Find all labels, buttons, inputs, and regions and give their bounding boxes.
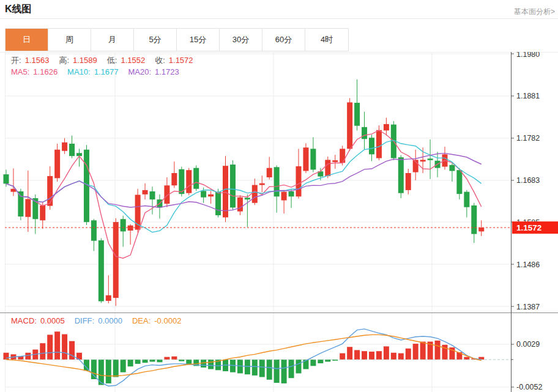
candle-body	[347, 102, 352, 149]
tab-interval-4[interactable]: 15分	[177, 29, 220, 51]
macd-bar	[186, 360, 192, 364]
tab-interval-0[interactable]: 日	[6, 29, 48, 51]
candle-body	[201, 191, 206, 197]
legend-value: 1.1723	[155, 67, 179, 76]
macd-bar	[310, 360, 316, 366]
candle-body	[47, 176, 53, 206]
macd-bar	[340, 353, 345, 360]
tab-interval-6[interactable]: 60分	[262, 29, 305, 51]
candle-body	[376, 130, 382, 158]
legend-label: MACD:	[11, 316, 37, 325]
macd-bar	[91, 360, 97, 379]
current-price-badge-label: 1.1572	[516, 223, 541, 232]
candle-body	[289, 191, 294, 196]
ma5-line	[6, 130, 482, 258]
macd-bar	[296, 360, 302, 373]
macd-bar	[113, 360, 119, 377]
tab-interval-7[interactable]: 4时	[305, 29, 348, 51]
macd-bar	[106, 360, 111, 383]
tab-interval-1[interactable]: 周	[48, 29, 91, 51]
macd-bar	[25, 353, 31, 360]
macd-bar	[267, 360, 272, 380]
legend-value: 0.0000	[98, 316, 122, 325]
legend-label: MA20:	[128, 67, 151, 76]
macd-bar	[201, 360, 206, 368]
candle-body	[4, 174, 9, 183]
macd-axis-label: 0.0029	[516, 340, 540, 349]
legend-label: DEA:	[132, 316, 151, 325]
tab-interval-3[interactable]: 5分	[134, 29, 177, 51]
macd-bar	[150, 360, 155, 361]
candle-body	[449, 165, 455, 171]
macd-bar	[391, 353, 396, 360]
candle-body	[25, 199, 31, 216]
candle-body	[325, 160, 330, 176]
candle-body	[18, 191, 23, 216]
candle-body	[332, 160, 338, 162]
candle-body	[398, 157, 404, 193]
candle-body	[143, 190, 148, 194]
legend-label: MA10:	[67, 67, 91, 76]
candle-body	[171, 173, 177, 185]
candle-body	[267, 168, 272, 177]
kline-chart-canvas[interactable]: 1.19801.18811.17821.16831.15851.14861.13…	[0, 52, 558, 392]
fundamental-analysis-link[interactable]: 基本面分析>	[514, 7, 555, 17]
macd-bar	[274, 360, 280, 383]
legend-label: 收:	[155, 56, 165, 65]
candle-body	[106, 295, 111, 301]
macd-bar	[435, 341, 441, 360]
candle-body	[113, 222, 119, 298]
macd-bar	[54, 331, 60, 360]
candle-body	[456, 170, 462, 194]
candle-body	[252, 185, 258, 203]
macd-bar	[354, 350, 360, 360]
tab-interval-2[interactable]: 月	[91, 29, 134, 51]
macd-bar	[4, 353, 9, 360]
macd-legend: MACD:0.0005DIFF:0.0000DEA:-0.0002	[11, 316, 191, 325]
ohlc-legend: 开:1.1563高:1.1589低:1.1552收:1.1572	[11, 55, 203, 66]
legend-value: 1.1677	[94, 67, 119, 76]
candle-body	[91, 220, 97, 240]
candle-body	[128, 226, 133, 231]
price-axis-label: 1.1782	[516, 134, 540, 142]
macd-bar	[398, 353, 404, 360]
candle-body	[354, 103, 360, 126]
legend-label: MA5:	[11, 67, 29, 76]
legend-value: 1.1572	[169, 56, 193, 65]
candle-body	[215, 192, 221, 215]
price-axis-label: 1.1387	[516, 303, 540, 311]
tab-interval-5[interactable]: 30分	[220, 29, 262, 51]
macd-bar	[164, 357, 169, 360]
legend-value: 1.1563	[25, 56, 50, 65]
candles-layer	[4, 80, 485, 306]
price-axis-label: 1.1683	[516, 176, 540, 185]
candle-body	[193, 168, 199, 189]
candle-body	[428, 158, 433, 160]
legend-value: 0.0005	[40, 316, 65, 325]
header-divider	[0, 18, 558, 19]
candle-body	[40, 205, 45, 220]
macd-bar	[47, 335, 53, 360]
macd-bar	[171, 357, 177, 360]
candle-body	[54, 150, 60, 179]
candle-body	[471, 205, 477, 234]
candle-body	[478, 227, 484, 231]
candle-body	[223, 166, 228, 217]
legend-value: 1.1552	[121, 56, 145, 65]
ma-legend: MA5:1.1626MA10:1.1677MA20:1.1723	[11, 67, 189, 76]
macd-bar	[245, 360, 250, 374]
candle-body	[310, 149, 316, 169]
macd-hist-layer	[4, 331, 485, 385]
candle-body	[369, 138, 374, 154]
macd-bar	[420, 342, 426, 360]
candle-body	[362, 127, 367, 139]
price-axis-label: 1.1980	[516, 52, 540, 59]
candle-body	[340, 149, 345, 163]
macd-bar	[413, 344, 418, 360]
candle-body	[99, 240, 104, 301]
candle-body	[274, 167, 280, 196]
candle-body	[296, 166, 302, 196]
legend-label: DIFF:	[75, 316, 95, 325]
legend-value: 1.1589	[73, 56, 97, 65]
price-axis-label: 1.1486	[516, 261, 540, 269]
